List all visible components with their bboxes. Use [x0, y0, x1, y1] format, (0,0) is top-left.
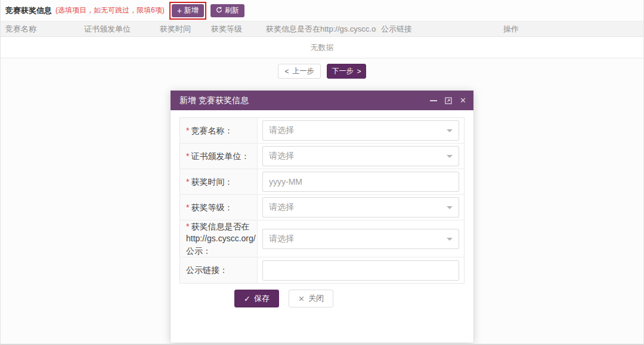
modal-title: 新增 竞赛获奖信息: [179, 95, 249, 106]
window-controls: ✕: [430, 97, 466, 104]
next-step-button[interactable]: 下一步 >: [327, 64, 366, 79]
award-time-input[interactable]: [262, 172, 459, 192]
check-icon: ✓: [244, 294, 250, 303]
award-form: *竞赛名称： 请选择 *证书颁发单位： 请: [179, 117, 465, 284]
annotation-highlight-box: + 新增: [169, 2, 206, 20]
refresh-button-label: 刷新: [225, 5, 239, 15]
chevron-down-icon: [447, 155, 453, 158]
chevron-left-icon: <: [284, 67, 289, 76]
toolbar: 竞赛获奖信息 (选填项目，如无可跳过，限填6项) + 新增 刷新: [1, 0, 643, 21]
form-row-cert-issuer: *证书颁发单位： 请选择: [180, 144, 464, 169]
required-asterisk: *: [186, 126, 189, 135]
maximize-icon[interactable]: [445, 97, 452, 104]
field-label: *获奖等级：: [180, 195, 258, 220]
chevron-down-icon: [447, 238, 453, 241]
close-button[interactable]: ✕ 关闭: [289, 290, 333, 307]
column-header-actions: 操作: [499, 24, 643, 35]
chevron-down-icon: [447, 129, 453, 132]
step-navigation: < 上一步 下一步 >: [278, 64, 366, 79]
column-header-competition-name: 竞赛名称: [1, 24, 79, 35]
select-value: 请选择: [269, 151, 294, 161]
table-header-row: 竞赛名称 证书颁发单位 获奖时间 获奖等级 获奖信息是否在http://gs.c…: [1, 21, 643, 37]
app-window: 竞赛获奖信息 (选填项目，如无可跳过，限填6项) + 新增 刷新 竞赛名称 证书…: [0, 0, 644, 345]
prev-step-label: 上一步: [293, 66, 314, 76]
column-header-cert-issuer: 证书颁发单位: [79, 24, 155, 35]
select-value: 请选择: [269, 125, 294, 136]
modal-body: *竞赛名称： 请选择 *证书颁发单位： 请: [171, 110, 473, 307]
page-title: 竞赛获奖信息: [5, 5, 52, 16]
prev-step-button[interactable]: < 上一步: [278, 64, 321, 79]
modal-actions: ✓ 保存 ✕ 关闭: [234, 290, 465, 307]
chevron-down-icon: [447, 206, 453, 209]
cert-issuer-select[interactable]: 请选择: [262, 146, 459, 166]
column-header-publicity: 获奖信息是否在http://gs.cyscc.org/公示: [261, 24, 376, 35]
table-empty-row: 无数据: [1, 38, 643, 58]
field-label: *获奖时间：: [180, 169, 258, 194]
form-row-publicity: *获奖信息是否在 http://gs.cyscc.org/ 公示： 请选择: [180, 220, 464, 257]
field-label: *证书颁发单位：: [180, 144, 258, 169]
public-link-input[interactable]: [262, 260, 459, 281]
publicity-select[interactable]: 请选择: [262, 229, 459, 249]
form-row-award-level: *获奖等级： 请选择: [180, 195, 464, 220]
field-label: *获奖信息是否在 http://gs.cyscc.org/ 公示：: [180, 220, 258, 257]
add-award-modal: 新增 竞赛获奖信息 ✕ *竞赛名称： 请选择: [171, 91, 473, 343]
save-button-label: 保存: [254, 293, 270, 304]
next-step-label: 下一步: [332, 66, 353, 76]
award-level-select[interactable]: 请选择: [262, 197, 459, 217]
column-header-public-link: 公示链接: [376, 24, 499, 35]
select-value: 请选择: [269, 234, 294, 244]
optional-note: (选填项目，如无可跳过，限填6项): [55, 5, 165, 15]
minimize-icon[interactable]: [430, 100, 437, 101]
select-value: 请选择: [269, 202, 294, 213]
field-label: 公示链接：: [180, 257, 258, 283]
column-header-award-level: 获奖等级: [206, 24, 261, 35]
close-button-label: 关闭: [308, 293, 324, 304]
chevron-right-icon: >: [357, 67, 361, 76]
form-row-competition-name: *竞赛名称： 请选择: [180, 118, 464, 144]
modal-header: 新增 竞赛获奖信息 ✕: [171, 91, 473, 110]
refresh-button[interactable]: 刷新: [210, 4, 244, 17]
refresh-icon: [216, 7, 222, 15]
save-button[interactable]: ✓ 保存: [234, 290, 279, 307]
competition-name-select[interactable]: 请选择: [262, 120, 459, 141]
form-row-award-time: *获奖时间：: [180, 169, 464, 195]
required-asterisk: *: [186, 177, 189, 187]
required-asterisk: *: [186, 151, 189, 161]
add-button-label: 新增: [184, 5, 199, 15]
field-label: *竞赛名称：: [180, 118, 258, 143]
plus-icon: +: [177, 7, 182, 15]
no-data-text: 无数据: [311, 42, 334, 53]
column-header-award-time: 获奖时间: [155, 24, 206, 35]
close-icon[interactable]: ✕: [460, 97, 466, 104]
form-row-public-link: 公示链接：: [180, 257, 464, 283]
required-asterisk: *: [186, 222, 189, 231]
add-button[interactable]: + 新增: [172, 4, 204, 17]
required-asterisk: *: [186, 203, 189, 212]
x-icon: ✕: [298, 294, 305, 303]
